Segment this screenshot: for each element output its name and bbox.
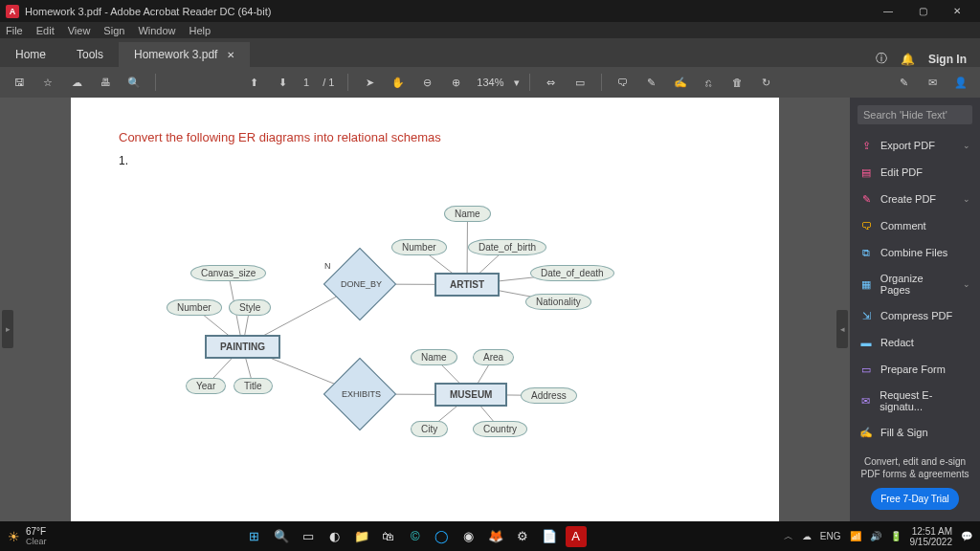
sidebar-item-4[interactable]: ⧉Combine Files: [850, 239, 980, 266]
bell-icon[interactable]: 🔔: [901, 53, 915, 66]
sidebar-item-6[interactable]: ⇲Compress PDF: [850, 302, 980, 329]
taskbar-search-icon[interactable]: 🔍: [271, 526, 292, 547]
sidebar-item-label: Compress PDF: [880, 310, 952, 321]
close-button[interactable]: ✕: [940, 0, 974, 22]
menu-edit[interactable]: Edit: [36, 25, 55, 36]
zoom-dropdown-icon[interactable]: ▾: [514, 77, 520, 89]
sign-icon[interactable]: ✍: [669, 71, 692, 94]
tab-document-label: Homework 3.pdf: [134, 48, 217, 61]
save-icon[interactable]: 🖫: [8, 71, 31, 94]
hand-icon[interactable]: ✋: [387, 71, 410, 94]
star-icon[interactable]: ☆: [36, 71, 59, 94]
fit-page-icon[interactable]: ▭: [568, 71, 591, 94]
menu-window[interactable]: Window: [138, 25, 175, 36]
battery-icon[interactable]: 🔋: [890, 531, 902, 541]
sidebar-item-label: Combine Files: [880, 247, 947, 258]
zoom-level[interactable]: 134%: [477, 77, 503, 88]
tab-close-icon[interactable]: ✕: [227, 50, 234, 60]
highlight-icon[interactable]: ✎: [640, 71, 663, 94]
account-icon[interactable]: 👤: [949, 71, 972, 94]
sidebar-item-label: Redact: [880, 337, 914, 348]
edge-icon[interactable]: ©: [405, 526, 426, 547]
firefox-icon[interactable]: 🦊: [485, 526, 506, 547]
acrobat-taskbar-icon[interactable]: A: [566, 526, 587, 547]
document-viewport[interactable]: ▸ ◂ Convert the following ER diagrams in…: [0, 98, 850, 521]
stamp-icon[interactable]: ⎌: [698, 71, 721, 94]
maximize-button[interactable]: ▢: [905, 0, 940, 22]
question-number: 1.: [119, 154, 731, 167]
sidebar-item-8[interactable]: ▭Prepare Form: [850, 356, 980, 383]
menu-sign[interactable]: Sign: [103, 25, 124, 36]
entity-artist: ARTIST: [434, 273, 500, 297]
page-current[interactable]: 1: [303, 77, 309, 88]
help-icon[interactable]: ⓘ: [876, 51, 887, 67]
sidebar-item-label: Edit PDF: [880, 166, 923, 178]
sidebar-item-7[interactable]: ▬Redact: [850, 329, 980, 356]
sidebar-item-1[interactable]: ▤Edit PDF: [850, 159, 980, 186]
explorer-icon[interactable]: 📁: [351, 526, 372, 547]
language-icon[interactable]: ENG: [820, 531, 841, 541]
search-icon[interactable]: 🔍: [122, 71, 145, 94]
zoom-in-icon[interactable]: ⊕: [444, 71, 467, 94]
sidebar-item-2[interactable]: ✎Create PDF⌄: [850, 186, 980, 212]
circle-icon[interactable]: ◯: [432, 526, 453, 547]
sidebar-item-0[interactable]: ⇪Export PDF⌄: [850, 132, 980, 159]
page-down-icon[interactable]: ⬇: [271, 71, 294, 94]
refresh-icon[interactable]: ↻: [755, 71, 778, 94]
page-up-icon[interactable]: ⬆: [242, 71, 265, 94]
sidebar-icon: ⇲: [859, 309, 873, 322]
attr-artist-dob: Date_of_birth: [468, 239, 546, 255]
sidebar-icon: ⧉: [859, 246, 873, 259]
wifi-icon[interactable]: 📶: [850, 531, 861, 541]
menu-help[interactable]: Help: [189, 25, 212, 36]
windows-taskbar[interactable]: ☀ 67°F Clear ⊞ 🔍 ▭ ◐ 📁 🛍 © ◯ ◉ 🦊 ⚙ 📄 A ︿…: [0, 521, 980, 551]
chevron-up-icon[interactable]: ︿: [784, 530, 793, 543]
volume-icon[interactable]: 🔊: [870, 531, 881, 541]
sidebar-item-label: Create PDF: [880, 193, 936, 205]
sidebar-item-10[interactable]: ✍Fill & Sign: [850, 419, 980, 446]
notifications-icon[interactable]: 💬: [961, 531, 972, 541]
menu-file[interactable]: File: [6, 25, 23, 36]
toolbar: 🖫 ☆ ☁ 🖶 🔍 ⬆ ⬇ 1 / 1 ➤ ✋ ⊖ ⊕ 134% ▾ ⇔ ▭ 🗨…: [0, 67, 980, 98]
share-icon[interactable]: ✎: [892, 71, 915, 94]
sidebar-icon: 🗨: [859, 219, 873, 232]
task-view-icon[interactable]: ▭: [298, 526, 319, 547]
menu-view[interactable]: View: [68, 25, 91, 36]
clock[interactable]: 12:51 AM 9/15/2022: [910, 526, 953, 547]
left-panel-toggle[interactable]: ▸: [2, 310, 13, 348]
right-panel-toggle[interactable]: ◂: [836, 310, 848, 348]
cloud-icon[interactable]: ☁: [65, 71, 88, 94]
store-icon[interactable]: 🛍: [378, 526, 399, 547]
annotation-icon[interactable]: 🗨: [612, 71, 635, 94]
sidebar-item-9[interactable]: ✉Request E-signatu...: [850, 383, 980, 419]
sign-in-button[interactable]: Sign In: [928, 53, 967, 66]
widgets-icon[interactable]: ◐: [324, 526, 345, 547]
weather-widget[interactable]: ☀ 67°F Clear: [8, 526, 47, 546]
start-icon[interactable]: ⊞: [244, 526, 265, 547]
chrome-icon[interactable]: ◉: [458, 526, 479, 547]
tab-document[interactable]: Homework 3.pdf ✕: [119, 42, 250, 67]
sidebar-item-3[interactable]: 🗨Comment: [850, 212, 980, 239]
fit-width-icon[interactable]: ⇔: [540, 71, 563, 94]
settings-icon[interactable]: ⚙: [512, 526, 533, 547]
onedrive-icon[interactable]: ☁: [802, 531, 812, 541]
sidebar-item-label: Comment: [880, 220, 926, 231]
minimize-button[interactable]: —: [871, 0, 905, 22]
mail-icon[interactable]: ✉: [921, 71, 944, 94]
zoom-out-icon[interactable]: ⊖: [415, 71, 438, 94]
sidebar-icon: ⇪: [859, 139, 873, 152]
attr-artist-dod: Date_of_death: [530, 265, 614, 281]
sidebar-search[interactable]: Search 'Hide Text': [858, 105, 972, 124]
condition: Clear: [26, 537, 47, 546]
temperature: 67°F: [26, 526, 47, 537]
sidebar-item-5[interactable]: ▦Organize Pages⌄: [850, 266, 980, 302]
weather-icon: ☀: [8, 529, 20, 544]
sidebar-item-label: Export PDF: [880, 140, 935, 151]
tab-tools[interactable]: Tools: [61, 42, 119, 67]
tab-home[interactable]: Home: [0, 42, 61, 67]
delete-icon[interactable]: 🗑: [726, 71, 749, 94]
pointer-icon[interactable]: ➤: [358, 71, 381, 94]
free-trial-button[interactable]: Free 7-Day Trial: [871, 488, 959, 510]
print-icon[interactable]: 🖶: [94, 71, 117, 94]
word-icon[interactable]: 📄: [539, 526, 560, 547]
